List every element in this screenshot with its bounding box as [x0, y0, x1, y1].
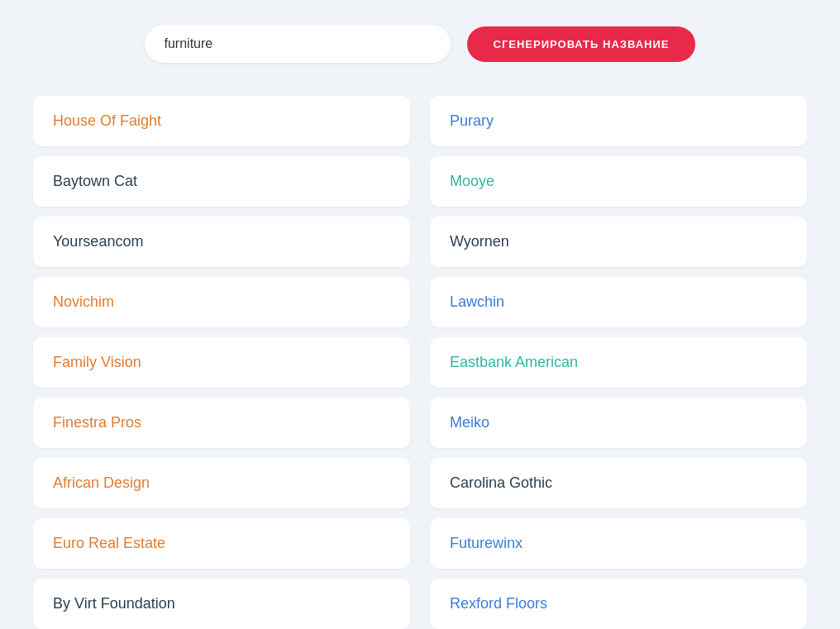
name-text: Novichim: [53, 293, 114, 310]
name-text: Meiko: [450, 414, 489, 431]
name-card[interactable]: African Design: [33, 458, 410, 508]
name-text: Eastbank American: [450, 354, 578, 370]
name-card[interactable]: Novichim: [33, 277, 410, 327]
name-card[interactable]: House Of Faight: [33, 96, 410, 146]
name-text: African Design: [53, 474, 150, 491]
name-text: House Of Faight: [53, 112, 161, 129]
name-card[interactable]: Wyornen: [430, 217, 807, 267]
name-text: Wyornen: [450, 233, 509, 250]
name-card[interactable]: By Virt Foundation: [33, 579, 410, 629]
name-text: Family Vision: [53, 354, 141, 370]
name-card[interactable]: Baytown Cat: [33, 156, 410, 207]
name-card[interactable]: Euro Real Estate: [33, 518, 410, 569]
name-card[interactable]: Lawchin: [430, 277, 807, 327]
name-text: Futurewinx: [450, 535, 523, 551]
top-bar: СГЕНЕРИРОВАТЬ НАЗВАНИЕ: [33, 25, 807, 63]
search-input[interactable]: [145, 25, 451, 63]
name-card[interactable]: Meiko: [430, 398, 807, 448]
name-card[interactable]: Eastbank American: [430, 337, 807, 388]
name-text: Purary: [450, 112, 494, 129]
name-text: Lawchin: [450, 293, 504, 310]
name-card[interactable]: Carolina Gothic: [430, 458, 807, 508]
name-text: By Virt Foundation: [53, 595, 175, 612]
name-card[interactable]: Mooye: [430, 156, 807, 207]
name-card[interactable]: Futurewinx: [430, 518, 807, 569]
name-text: Finestra Pros: [53, 414, 141, 431]
name-text: Euro Real Estate: [53, 535, 165, 551]
name-text: Yourseancom: [53, 233, 143, 250]
name-text: Rexford Floors: [450, 595, 547, 612]
name-card[interactable]: Purary: [430, 96, 807, 146]
name-card[interactable]: Family Vision: [33, 337, 410, 388]
name-card[interactable]: Finestra Pros: [33, 398, 410, 448]
name-text: Carolina Gothic: [450, 474, 552, 491]
name-text: Mooye: [450, 173, 494, 189]
name-card[interactable]: Yourseancom: [33, 217, 410, 267]
generate-button[interactable]: СГЕНЕРИРОВАТЬ НАЗВАНИЕ: [467, 26, 696, 62]
name-card[interactable]: Rexford Floors: [430, 579, 807, 629]
name-text: Baytown Cat: [53, 173, 137, 189]
names-grid: House Of FaightPuraryBaytown CatMooyeYou…: [33, 96, 807, 629]
